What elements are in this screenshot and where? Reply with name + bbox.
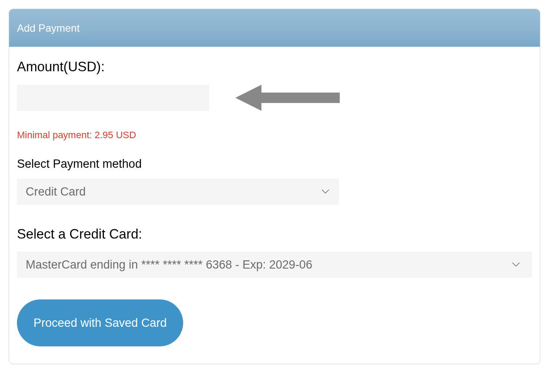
- proceed-saved-card-button[interactable]: Proceed with Saved Card: [17, 299, 183, 346]
- panel-title: Add Payment: [9, 9, 540, 47]
- amount-input[interactable]: [17, 85, 209, 111]
- arrow-left-icon: [235, 83, 340, 113]
- minimal-payment-text: Minimal payment: 2.95 USD: [17, 130, 532, 141]
- add-payment-panel: Add Payment Amount(USD): Minimal payment…: [9, 9, 540, 364]
- payment-method-select[interactable]: Credit Card: [17, 179, 339, 205]
- payment-method-select-wrap: Credit Card: [17, 179, 532, 205]
- select-credit-card-label: Select a Credit Card:: [17, 226, 532, 242]
- amount-row: [17, 83, 532, 113]
- amount-label: Amount(USD):: [17, 59, 532, 75]
- credit-card-select[interactable]: MasterCard ending in **** **** **** 6368…: [17, 252, 532, 278]
- svg-marker-0: [235, 85, 340, 111]
- payment-method-label: Select Payment method: [17, 157, 532, 171]
- credit-card-select-wrap: MasterCard ending in **** **** **** 6368…: [17, 252, 532, 278]
- panel-body: Amount(USD): Minimal payment: 2.95 USD S…: [9, 47, 540, 364]
